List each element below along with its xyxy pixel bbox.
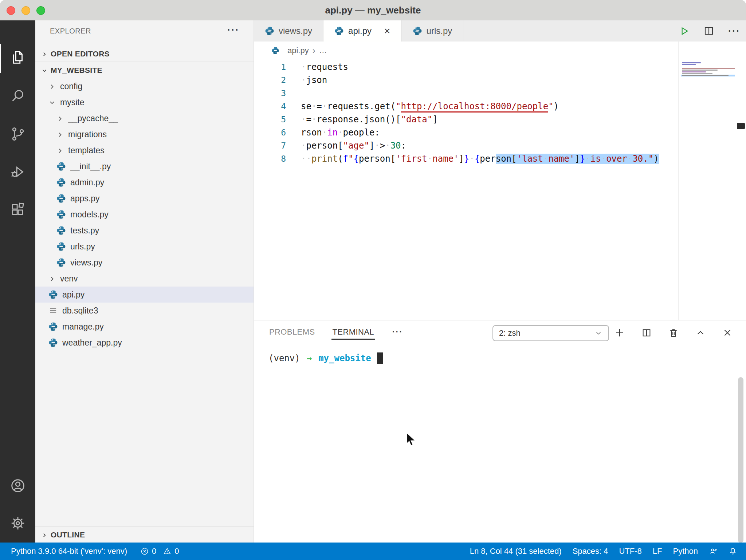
tree-item-label: views.py <box>70 258 102 268</box>
minimap-separator <box>678 42 679 320</box>
line-number: 5 <box>254 115 286 124</box>
tree-item-models-py[interactable]: models.py <box>35 206 254 222</box>
tree-item-apps-py[interactable]: apps.py <box>35 190 254 206</box>
python-file-icon <box>56 194 66 203</box>
close-panel-icon[interactable] <box>721 327 734 339</box>
code-line-3: 3 <box>254 87 659 100</box>
status-encoding[interactable]: UTF-8 <box>619 547 641 556</box>
error-count: 0 <box>152 547 156 556</box>
explorer-more-actions[interactable]: ⋯ <box>227 23 239 36</box>
editor-actions: ⋯ <box>678 20 740 42</box>
status-problems[interactable]: 0 0 <box>140 547 179 556</box>
panel-tab-problems[interactable]: PROBLEMS <box>268 322 315 343</box>
explorer-icon[interactable] <box>0 42 35 74</box>
code-line-2: 2·json <box>254 74 659 87</box>
source-control-icon[interactable] <box>0 118 35 150</box>
status-cursor-position[interactable]: Ln 8, Col 44 (31 selected) <box>470 547 562 556</box>
overview-ruler-marker <box>737 123 745 129</box>
tree-item-label: weather_app.py <box>62 338 122 348</box>
line-number: 7 <box>254 141 286 150</box>
line-number: 3 <box>254 88 286 98</box>
tree-item--init-py[interactable]: __init__.py <box>35 158 254 174</box>
error-icon <box>140 547 149 556</box>
editor-more-actions[interactable]: ⋯ <box>727 24 740 38</box>
status-indentation[interactable]: Spaces: 4 <box>573 547 608 556</box>
tree-item-api-py[interactable]: api.py <box>35 287 254 303</box>
tree-item-mysite[interactable]: mysite <box>35 94 254 110</box>
tree-item-label: __pycache__ <box>68 114 118 123</box>
kill-terminal-trash-icon[interactable] <box>667 327 680 339</box>
chevron-right-icon <box>48 83 56 90</box>
file-tree: configmysite__pycache__migrationstemplat… <box>35 78 254 351</box>
status-python-interpreter[interactable]: Python 3.9.0 64-bit ('venv': venv) <box>11 547 127 556</box>
account-icon[interactable] <box>0 470 35 502</box>
close-tab-icon[interactable]: × <box>384 25 390 36</box>
tree-item-label: urls.py <box>70 242 95 252</box>
chevron-down-icon <box>41 67 48 74</box>
breadcrumb-file[interactable]: api.py <box>287 46 309 55</box>
terminal[interactable]: (venv) → my_website <box>268 352 383 364</box>
tab-views-py[interactable]: views.py <box>254 20 323 42</box>
run-debug-icon[interactable] <box>0 156 35 188</box>
tree-item-weather-app-py[interactable]: weather_app.py <box>35 335 254 351</box>
line-number: 8 <box>254 154 286 163</box>
tree-item-label: tests.py <box>70 226 99 236</box>
tree-item-migrations[interactable]: migrations <box>35 126 254 142</box>
tree-item-templates[interactable]: templates <box>35 142 254 158</box>
terminal-selector-dropdown[interactable]: 2: zsh <box>492 325 609 341</box>
tree-item-urls-py[interactable]: urls.py <box>35 238 254 255</box>
panel-tab-terminal[interactable]: TERMINAL <box>331 322 374 343</box>
tab-label: api.py <box>348 26 372 36</box>
tree-item-manage-py[interactable]: manage.py <box>35 319 254 335</box>
terminal-cwd: my_website <box>318 353 371 363</box>
tree-item-label: __init__.py <box>70 162 111 171</box>
tree-item-label: templates <box>68 146 105 155</box>
code-editor[interactable]: 1·requests2·json34se·=·requests.get("htt… <box>254 60 659 165</box>
code-line-7: 7·person["age"]·>·30: <box>254 139 659 152</box>
maximize-panel-icon[interactable] <box>694 327 707 339</box>
tree-item-config[interactable]: config <box>35 78 254 94</box>
tab-urls-py[interactable]: urls.py <box>402 20 464 42</box>
tab-label: urls.py <box>427 26 452 36</box>
split-terminal-icon[interactable] <box>640 327 653 339</box>
panel-scrollbar[interactable] <box>738 377 743 543</box>
tree-item-venv[interactable]: venv <box>35 271 254 287</box>
warning-count: 0 <box>174 547 179 556</box>
overview-ruler-separator <box>736 42 736 320</box>
vscode-window: api.py — my_website EXPLORER ⋯ OPE <box>0 0 746 560</box>
explorer-title: EXPLORER <box>50 27 91 35</box>
python-file-icon <box>48 290 58 299</box>
run-python-file-button[interactable] <box>678 24 691 38</box>
editor-tab-bar: views.pyapi.py×urls.py <box>254 20 746 42</box>
notifications-bell-icon[interactable] <box>729 547 737 556</box>
tree-item-tests-py[interactable]: tests.py <box>35 222 254 238</box>
terminal-venv-prefix: (venv) <box>268 353 300 363</box>
tree-item-views-py[interactable]: views.py <box>35 255 254 271</box>
panel-more-actions[interactable]: ⋯ <box>392 325 403 338</box>
panel-tabs: PROBLEMSTERMINAL⋯ <box>268 320 403 344</box>
minimap[interactable] <box>681 62 735 76</box>
chevron-down-icon <box>594 329 602 337</box>
extensions-icon[interactable] <box>0 194 35 226</box>
tree-item-label: api.py <box>62 290 85 300</box>
tab-label: views.py <box>279 26 312 36</box>
workspace-section[interactable]: MY_WEBSITE <box>35 62 254 78</box>
tree-item-db-sqlite3[interactable]: db.sqlite3 <box>35 303 254 319</box>
open-editors-section[interactable]: OPEN EDITORS <box>35 46 254 62</box>
tab-api-py[interactable]: api.py× <box>323 20 402 42</box>
tree-item--pycache-[interactable]: __pycache__ <box>35 110 254 126</box>
settings-gear-icon[interactable] <box>0 507 35 539</box>
new-terminal-icon[interactable] <box>613 327 626 339</box>
split-editor-button[interactable] <box>702 24 715 38</box>
breadcrumb-symbol[interactable]: … <box>319 46 327 55</box>
feedback-icon[interactable] <box>709 547 718 556</box>
code-line-8: 8··print(f"{person['first·name']}·{perso… <box>254 152 659 165</box>
tree-item-admin-py[interactable]: admin.py <box>35 174 254 190</box>
status-eol[interactable]: LF <box>653 547 662 556</box>
chevron-right-icon <box>41 51 48 57</box>
terminal-cursor <box>377 352 383 364</box>
search-icon[interactable] <box>0 80 35 112</box>
breadcrumb[interactable]: api.py › … <box>254 42 678 60</box>
outline-section[interactable]: OUTLINE <box>35 527 254 543</box>
status-language-mode[interactable]: Python <box>673 547 698 556</box>
